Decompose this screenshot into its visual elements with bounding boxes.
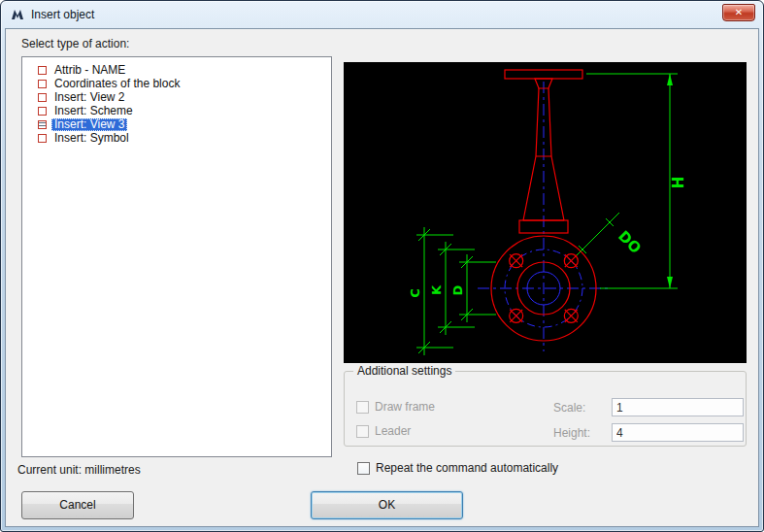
close-button[interactable]: ✕: [722, 4, 755, 21]
list-item-label: Insert: Symbol: [51, 132, 132, 145]
close-icon: ✕: [735, 7, 743, 17]
window-title: Insert object: [31, 8, 94, 21]
block-icon: [38, 120, 47, 129]
leader-checkbox[interactable]: Leader: [356, 424, 411, 438]
leader-label: Leader: [375, 424, 411, 438]
preview-pane: H DO C K D: [344, 62, 747, 363]
list-item-selected[interactable]: Insert: View 3: [22, 117, 331, 131]
additional-settings-group: Additional settings Draw frame Leader Sc…: [344, 371, 747, 447]
app-icon: [10, 7, 25, 22]
current-unit-label: Current unit: millimetres: [17, 463, 141, 477]
group-title: Additional settings: [353, 364, 455, 378]
block-icon: [38, 134, 47, 143]
list-item[interactable]: Insert: Scheme: [22, 104, 331, 117]
list-item[interactable]: Attrib - NAME: [22, 63, 331, 77]
list-item[interactable]: Insert: Symbol: [22, 131, 331, 145]
checkbox-icon: [356, 401, 369, 414]
cancel-button[interactable]: Cancel: [21, 491, 134, 519]
list-item-label: Coordinates of the block: [51, 78, 183, 90]
height-label: Height:: [553, 426, 590, 440]
action-list[interactable]: Attrib - NAME Coordinates of the block I…: [21, 56, 332, 457]
repeat-command-checkbox[interactable]: Repeat the command automatically: [357, 461, 558, 475]
list-item[interactable]: Insert: View 2: [22, 90, 331, 104]
list-item-label: Insert: View 2: [51, 91, 127, 104]
dialog-insert-object: Insert object ✕ Select type of action: A…: [0, 0, 764, 532]
draw-frame-checkbox[interactable]: Draw frame: [356, 400, 435, 414]
list-item-label: Insert: Scheme: [51, 105, 136, 117]
list-item[interactable]: Coordinates of the block: [22, 77, 331, 90]
scale-label: Scale:: [553, 401, 585, 415]
block-icon: [38, 66, 47, 75]
ok-button[interactable]: OK: [311, 491, 463, 519]
block-icon: [38, 107, 47, 116]
dim-label-c: C: [408, 288, 422, 298]
titlebar[interactable]: Insert object ✕: [1, 1, 763, 28]
block-icon: [38, 93, 47, 102]
valve-drawing: H DO C K D: [344, 62, 747, 363]
list-item-label: Insert: View 3: [51, 118, 127, 131]
checkbox-icon: [357, 462, 370, 475]
checkbox-icon: [356, 425, 369, 438]
select-type-label: Select type of action:: [21, 37, 129, 50]
block-icon: [38, 80, 47, 88]
dim-label-k: K: [429, 284, 444, 295]
height-input[interactable]: [612, 423, 744, 442]
draw-frame-label: Draw frame: [375, 400, 435, 414]
dim-label-h: H: [670, 177, 687, 189]
scale-input[interactable]: [612, 398, 744, 416]
dim-label-d: D: [450, 284, 465, 295]
repeat-command-label: Repeat the command automatically: [376, 461, 558, 475]
list-item-label: Attrib - NAME: [51, 64, 128, 77]
dialog-body: Select type of action: Attrib - NAME Coo…: [5, 28, 759, 527]
